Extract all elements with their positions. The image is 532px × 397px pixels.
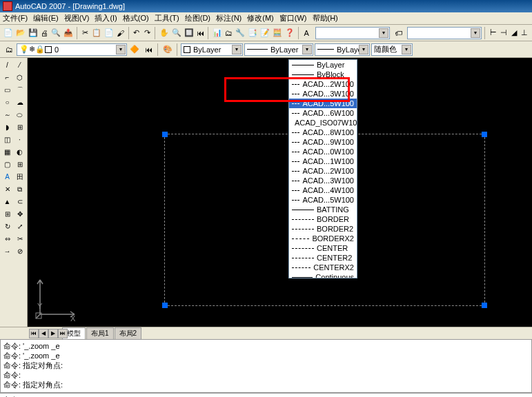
array-icon[interactable]: ⊞ (1, 208, 13, 220)
menu-file[interactable]: 文件(F) (3, 13, 28, 23)
trim-icon[interactable]: ✂ (14, 233, 26, 245)
dimstyle-dropdown[interactable] (407, 27, 482, 39)
layerprev-icon[interactable]: ⏮ (142, 43, 155, 56)
color-dropdown[interactable]: ByLayer (181, 43, 243, 56)
linetype-option[interactable]: ACAD...5W100 (289, 99, 357, 108)
erase-icon[interactable]: ✕ (1, 183, 13, 195)
linetype-option[interactable]: ACAD...3W100 (289, 89, 357, 99)
extend-icon[interactable]: → (1, 245, 13, 257)
layermatch-icon[interactable]: 🎨 (161, 43, 174, 56)
dim1-icon[interactable]: ⊢ (489, 27, 497, 39)
dropdown-arrow-icon[interactable] (302, 45, 312, 54)
dropdown-arrow-icon[interactable] (402, 45, 411, 54)
line-icon[interactable]: / (1, 59, 13, 71)
help-icon[interactable]: ❓ (284, 27, 295, 39)
anno2-icon[interactable]: 🏷 (394, 27, 403, 39)
linetype-option[interactable]: ACAD...1W100 (289, 156, 357, 166)
dim3-icon[interactable]: ◢ (509, 27, 518, 39)
ellarc-icon[interactable]: ◗ (1, 121, 13, 133)
dim2-icon[interactable]: ⊣ (499, 27, 508, 39)
table-icon[interactable]: ⊞ (14, 159, 26, 170)
xline-icon[interactable]: ∕ (14, 59, 26, 71)
tab-layout1[interactable]: 布局1 (86, 327, 114, 339)
redo-icon[interactable]: ↷ (143, 27, 152, 39)
arc-icon[interactable]: ⌒ (14, 84, 26, 96)
linetype-option[interactable]: BORDERX2 (289, 234, 357, 243)
menu-format[interactable]: 格式(O) (123, 13, 149, 23)
spline-icon[interactable]: ～ (1, 109, 13, 121)
grip-tr[interactable] (482, 132, 487, 137)
grip-br[interactable] (482, 303, 487, 308)
linetype-option[interactable]: ByLayer (289, 60, 357, 70)
block-icon[interactable]: ◫ (1, 134, 13, 145)
menu-dimension[interactable]: 标注(N) (216, 13, 242, 23)
layeriso-icon[interactable]: 🔶 (128, 43, 141, 56)
menu-view[interactable]: 视图(V) (64, 13, 90, 23)
linetype-option[interactable]: BORDER (289, 214, 357, 224)
zoomwin-icon[interactable]: 🔲 (184, 27, 195, 39)
new-icon[interactable]: 📄 (3, 27, 14, 39)
linetype-option[interactable]: BORDER2 (289, 224, 357, 234)
anno-icon[interactable]: A (302, 27, 311, 39)
linetype-option[interactable]: CENTER (289, 243, 357, 253)
cut-icon[interactable]: ✂ (81, 27, 90, 39)
layerprops-icon[interactable]: 🗂 (3, 43, 15, 56)
menu-tools[interactable]: 工具(T) (155, 13, 179, 23)
menu-insert[interactable]: 插入(I) (95, 13, 117, 23)
break-icon[interactable]: ⊘ (14, 245, 26, 257)
menu-modify[interactable]: 修改(M) (247, 13, 274, 23)
dc-icon[interactable]: 🗂 (224, 27, 233, 39)
zoom-icon[interactable]: 🔍 (171, 27, 182, 39)
markup-icon[interactable]: 📝 (259, 27, 270, 39)
linetype-option[interactable]: ACAD...5W100 (289, 195, 357, 205)
paste-icon[interactable]: 📄 (104, 27, 115, 39)
insert-icon[interactable]: ⊞ (14, 121, 26, 133)
dropdown-arrow-icon[interactable] (471, 28, 480, 38)
tab-layout2[interactable]: 布局2 (115, 327, 142, 339)
gradient-icon[interactable]: ◐ (14, 146, 26, 158)
menu-help[interactable]: 帮助(H) (313, 13, 338, 23)
linetype-option[interactable]: ByBlock (289, 70, 357, 79)
dim4-icon[interactable]: ⊥ (520, 27, 529, 39)
tab-prev-icon[interactable]: ◀ (39, 329, 48, 338)
ellipse-icon[interactable]: ⬭ (14, 109, 26, 121)
scale-icon[interactable]: ⤢ (14, 221, 26, 232)
preview-icon[interactable]: 🔍 (50, 27, 61, 39)
mirror-icon[interactable]: ▲ (1, 196, 13, 207)
tab-first-icon[interactable]: ⏮ (29, 329, 39, 338)
grip-tl[interactable] (162, 132, 168, 137)
style-dropdown[interactable] (315, 27, 390, 39)
linetype-option[interactable]: ACAD...0W100 (289, 147, 357, 156)
text2-icon[interactable]: 田 (14, 171, 26, 183)
props-icon[interactable]: 📊 (212, 27, 223, 39)
linetype-option[interactable]: Continuous (289, 272, 357, 278)
linetype-option[interactable]: ACAD...4W100 (289, 185, 357, 195)
undo-icon[interactable]: ↶ (132, 27, 141, 39)
tab-last-icon[interactable]: ⏭ (58, 329, 68, 338)
dropdown-arrow-icon[interactable] (116, 45, 126, 54)
revcloud-icon[interactable]: ☁ (14, 96, 26, 108)
linetype-option[interactable]: ACAD...6W100 (289, 108, 357, 118)
stretch-icon[interactable]: ⇔ (1, 233, 13, 245)
copy-icon[interactable]: 📋 (91, 27, 102, 39)
pan-icon[interactable]: ✋ (159, 27, 170, 39)
rect-icon[interactable]: ▭ (1, 84, 13, 96)
menu-edit[interactable]: 编辑(E) (33, 13, 59, 23)
zoomprev-icon[interactable]: ⏮ (196, 27, 205, 39)
linetype-option[interactable]: CENTERX2 (289, 263, 357, 272)
linetype-option[interactable]: BATTING (289, 205, 357, 214)
pline-icon[interactable]: ⌐ (1, 72, 13, 83)
linetype-dropdown[interactable]: ByLayer (244, 43, 313, 56)
polygon-icon[interactable]: ⬡ (14, 72, 26, 83)
linetype-option[interactable]: ACAD...8W100 (289, 128, 357, 137)
mtext-icon[interactable]: A (1, 171, 13, 183)
calc-icon[interactable]: 🧮 (272, 27, 283, 39)
grip-bl[interactable] (162, 303, 168, 308)
dropdown-arrow-icon[interactable] (232, 45, 242, 54)
command-input[interactable]: 命令: (0, 393, 532, 397)
copy-icon[interactable]: ⧉ (14, 183, 26, 195)
sheet-icon[interactable]: 📑 (247, 27, 258, 39)
dropdown-arrow-icon[interactable] (359, 45, 368, 54)
publish-icon[interactable]: 📤 (63, 27, 74, 39)
tab-next-icon[interactable]: ▶ (48, 329, 58, 338)
